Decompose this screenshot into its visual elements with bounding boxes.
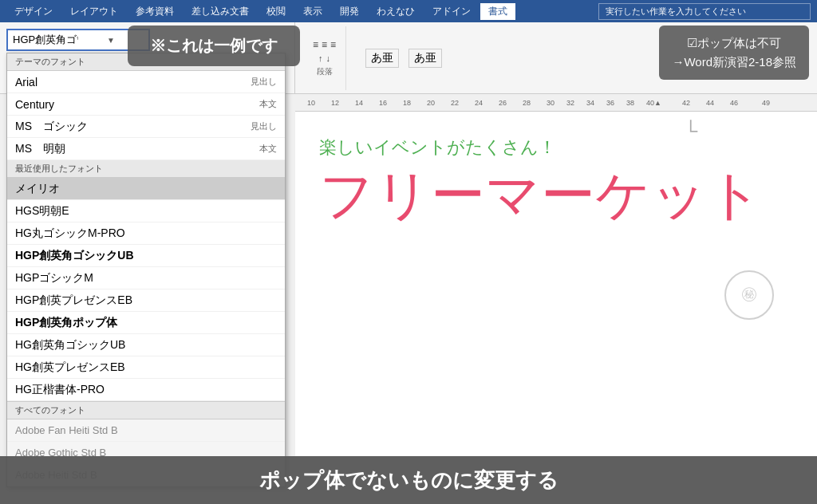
style-heading1[interactable]: あ亜 [408, 49, 442, 68]
menu-design[interactable]: デザイン [6, 3, 61, 20]
para-label: 段落 [317, 66, 333, 77]
font-hgp-gothic-m[interactable]: HGPゴシックM [7, 267, 285, 289]
menu-layout[interactable]: レイアウト [62, 3, 126, 20]
font-century[interactable]: Century 本文 [7, 93, 285, 116]
svg-text:㊙: ㊙ [741, 285, 757, 302]
font-hg-kaku-gothic-ub[interactable]: HG創英角ゴシックUB [7, 334, 285, 356]
menu-waenahi[interactable]: わえなひ [369, 3, 423, 20]
font-dropdown: テーマのフォント Arial 見出し Century 本文 MS ゴシック 見出… [6, 53, 286, 487]
search-box[interactable]: 実行したい作業を入力してください [598, 3, 811, 20]
font-ms-mincho[interactable]: MS 明朝 本文 [7, 138, 285, 160]
menu-format[interactable]: 書式 [480, 3, 515, 20]
example-note: ※これは一例です [128, 26, 300, 66]
doc-pink-text: フリーマーケット [319, 167, 793, 222]
annotation-line2: →Word新演習2-18参照 [672, 53, 796, 72]
font-adobe-fan-heiti[interactable]: Adobe Fan Heiti Std B [7, 419, 285, 442]
menu-bar: デザイン レイアウト 参考資料 差し込み文書 校閲 表示 開発 わえなひ アドイ… [0, 0, 817, 22]
font-meiryo[interactable]: メイリオ [7, 178, 285, 200]
menu-view[interactable]: 表示 [295, 3, 330, 20]
bottom-bar: ポップ体でないものに変更する [0, 456, 817, 504]
menu-references[interactable]: 参考資料 [128, 3, 182, 20]
font-name-text: HGP創英角ゴ* [13, 33, 78, 47]
style-normal[interactable]: あ亜 [365, 49, 399, 68]
doc-content: └ 楽しいイベントがたくさん！ フリーマーケット ㊙ [295, 112, 817, 246]
annotation-line1: ☑ポップ体は不可 [672, 33, 796, 53]
font-hgp-kaku-gothic-ub[interactable]: HGP創英角ゴシックUB [7, 245, 285, 267]
font-hg-presence-eb[interactable]: HG創英プレゼンスEB [7, 356, 285, 379]
annotation-top-right: ☑ポップ体は不可 →Word新演習2-18参照 [659, 26, 809, 80]
document-area: 10 12 14 16 18 20 22 24 26 28 30 32 34 3… [295, 94, 817, 456]
doc-green-text: 楽しいイベントがたくさん！ [319, 136, 793, 159]
font-hg-kaisho[interactable]: HG正楷書体-PRO [7, 379, 285, 401]
doc-logo: ㊙ [721, 267, 777, 325]
font-hgs-mincho-e[interactable]: HGS明朝E [7, 200, 285, 222]
menu-developer[interactable]: 開発 [332, 3, 367, 20]
menu-mailings[interactable]: 差し込み文書 [184, 3, 257, 20]
style-section: あ亜 あ亜 [353, 45, 455, 71]
font-hgp-presence-eb[interactable]: HGP創英プレゼンスEB [7, 289, 285, 312]
menu-addin[interactable]: アドイン [424, 3, 479, 20]
corner-marker: └ [684, 120, 697, 142]
para-section: ≡≡≡ ↑ ↓ 段落 [303, 26, 346, 90]
font-hg-maru[interactable]: HG丸ゴシックM-PRO [7, 222, 285, 245]
font-ms-gothic[interactable]: MS ゴシック 見出し [7, 116, 285, 138]
font-arial[interactable]: Arial 見出し [7, 71, 285, 93]
bottom-bar-text: ポップ体でないものに変更する [259, 467, 558, 494]
font-hgp-pop[interactable]: HGP創英角ポップ体 [7, 312, 285, 334]
recent-fonts-header: 最近使用したフォント [7, 160, 285, 178]
all-fonts-header: すべてのフォント [7, 401, 285, 419]
menu-review[interactable]: 校閲 [259, 3, 294, 20]
ruler: 10 12 14 16 18 20 22 24 26 28 30 32 34 3… [295, 94, 817, 112]
